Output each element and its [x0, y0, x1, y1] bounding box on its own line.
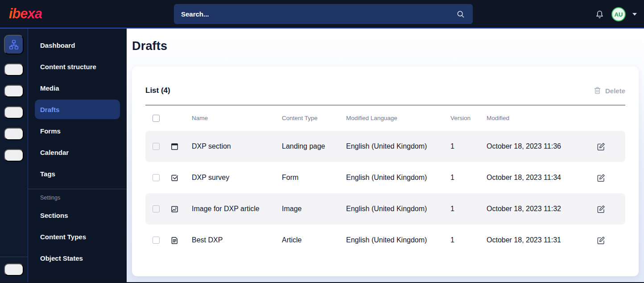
sidebar-item-tags[interactable]: Tags: [28, 163, 127, 184]
sidebar-menu: DashboardContent structureMediaDraftsFor…: [28, 29, 127, 282]
rail-item-pages[interactable]: [4, 63, 24, 76]
table-row[interactable]: DXP sectionLanding pageEnglish (United K…: [145, 131, 625, 162]
sidebar-item-forms[interactable]: Forms: [28, 120, 127, 142]
image-icon: [170, 204, 179, 214]
rail-item-commerce[interactable]: [4, 106, 24, 119]
form-icon: [170, 173, 179, 183]
cell-version: 1: [450, 205, 487, 213]
cart-icon: [8, 107, 20, 118]
chevron-down-icon[interactable]: [632, 13, 637, 16]
cell-modified-language: English (United Kingdom): [346, 142, 450, 150]
column-header-content-type: Content Type: [282, 115, 346, 121]
icon-rail: [0, 29, 28, 282]
drafts-card: List (4) Delete NameContent TypeModified…: [132, 67, 639, 276]
ibexa-logo[interactable]: ibexa: [9, 6, 42, 22]
sidebar-item-drafts[interactable]: Drafts: [35, 100, 120, 119]
table-row[interactable]: Best DXPArticleEnglish (United Kingdom)1…: [145, 225, 625, 256]
edit-icon: [596, 173, 606, 183]
user-avatar[interactable]: AU: [611, 7, 626, 21]
column-header-name: Name: [192, 115, 282, 121]
cell-name: Best DXP: [192, 236, 282, 244]
edit-button[interactable]: [596, 204, 606, 214]
row-checkbox[interactable]: [153, 143, 160, 150]
rail-bottom: [0, 257, 28, 282]
column-header-version: Version: [450, 115, 487, 121]
delete-button-label: Delete: [605, 87, 625, 95]
rail-item-personalization[interactable]: [4, 128, 24, 140]
topbar: ibexa AU: [0, 0, 644, 29]
rail-item-content-structure[interactable]: [4, 35, 24, 54]
select-all-checkbox[interactable]: [153, 115, 160, 122]
row-checkbox[interactable]: [153, 205, 160, 212]
boxes-icon: [8, 85, 20, 97]
cell-content-type: Article: [282, 236, 346, 244]
row-checkbox[interactable]: [153, 174, 160, 181]
rail-item-products[interactable]: [4, 85, 24, 97]
search-input[interactable]: [181, 10, 456, 18]
notifications-button[interactable]: [594, 9, 605, 20]
main-content: Drafts List (4) Delete NameContent TypeM…: [127, 29, 644, 282]
edit-icon: [596, 142, 606, 151]
table-header-row: NameContent TypeModified LanguageVersion…: [145, 105, 625, 131]
rail-item-admin[interactable]: [4, 149, 24, 162]
column-header-modified: Modified: [487, 115, 596, 121]
rail-item-settings[interactable]: [4, 263, 24, 276]
badge-icon: [8, 150, 20, 161]
sidebar-item-object-states[interactable]: Object States: [28, 247, 127, 269]
edit-button[interactable]: [596, 173, 606, 183]
table-row[interactable]: Image for DXP articleImageEnglish (Unite…: [145, 193, 625, 225]
global-search[interactable]: [174, 4, 473, 24]
trash-icon: [594, 87, 601, 95]
cell-modified: October 18, 2023 11:34: [487, 174, 596, 182]
cell-name: Image for DXP article: [192, 205, 282, 213]
edit-button[interactable]: [596, 236, 606, 245]
edit-icon: [596, 204, 606, 214]
sidebar-item-content-structure[interactable]: Content structure: [28, 56, 127, 77]
cell-name: DXP survey: [192, 174, 282, 182]
drafts-table: NameContent TypeModified LanguageVersion…: [145, 105, 625, 256]
cell-content-type: Image: [282, 205, 346, 213]
cell-modified-language: English (United Kingdom): [346, 236, 450, 244]
cell-modified-language: English (United Kingdom): [346, 174, 450, 182]
cell-content-type: Form: [282, 174, 346, 182]
topbar-right: AU: [594, 0, 637, 29]
cell-modified: October 18, 2023 11:32: [487, 205, 596, 213]
settings-section-label: Settings: [28, 191, 127, 204]
sitemap-icon: [8, 39, 20, 50]
cell-modified: October 18, 2023 11:31: [487, 236, 596, 244]
table-row[interactable]: DXP surveyFormEnglish (United Kingdom)1O…: [145, 162, 625, 193]
page-title: Drafts: [132, 39, 639, 53]
edit-icon: [596, 236, 606, 245]
row-checkbox[interactable]: [153, 237, 160, 244]
article-icon: [170, 236, 179, 245]
sidebar-item-sections[interactable]: Sections: [28, 204, 127, 226]
cell-version: 1: [450, 142, 487, 150]
bell-icon: [594, 9, 605, 20]
target-user-icon: [8, 128, 20, 140]
delete-button[interactable]: Delete: [594, 87, 625, 95]
landing-page-icon: [170, 142, 179, 151]
pages-icon: [8, 64, 20, 75]
edit-button[interactable]: [596, 142, 606, 151]
search-icon: [456, 9, 466, 19]
sidebar-item-content-types[interactable]: Content Types: [28, 226, 127, 247]
cell-version: 1: [450, 174, 487, 182]
cell-name: DXP section: [192, 142, 282, 150]
sidebar-item-calendar[interactable]: Calendar: [28, 142, 127, 163]
list-count-title: List (4): [145, 86, 170, 95]
sidebar-item-dashboard[interactable]: Dashboard: [28, 34, 127, 56]
cell-modified: October 18, 2023 11:36: [487, 142, 596, 150]
cell-version: 1: [450, 236, 487, 244]
cell-modified-language: English (United Kingdom): [346, 205, 450, 213]
cell-content-type: Landing page: [282, 142, 346, 150]
sidebar-item-media[interactable]: Media: [28, 77, 127, 99]
column-header-modified-language: Modified Language: [346, 115, 450, 121]
sidebar-settings-section: Settings SectionsContent TypesObject Sta…: [28, 189, 127, 269]
